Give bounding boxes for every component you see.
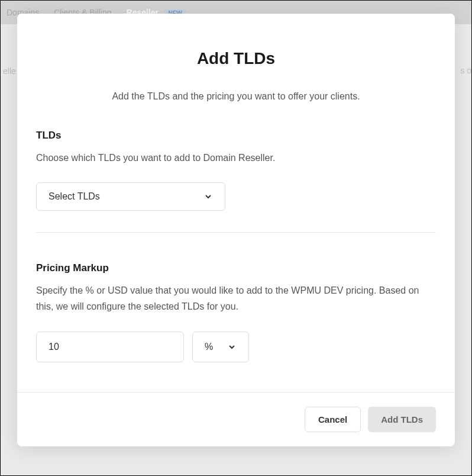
tlds-section-desc: Choose which TLDs you want to add to Dom…	[36, 150, 436, 166]
pricing-row: %	[36, 332, 436, 362]
select-tlds-label: Select TLDs	[49, 191, 100, 202]
modal-footer: Cancel Add TLDs	[17, 392, 455, 446]
modal-title: Add TLDs	[36, 49, 436, 68]
markup-unit-dropdown[interactable]: %	[192, 332, 249, 362]
markup-value-input[interactable]	[36, 332, 184, 362]
modal-subtitle: Add the TLDs and the pricing you want to…	[36, 89, 436, 104]
chevron-down-icon	[227, 342, 237, 352]
modal-body: TLDs Choose which TLDs you want to add t…	[17, 121, 455, 392]
pricing-section-desc: Specify the % or USD value that you woul…	[36, 282, 436, 314]
cancel-button[interactable]: Cancel	[305, 407, 361, 432]
chevron-down-icon	[203, 192, 213, 201]
divider	[36, 232, 436, 233]
tlds-section-title: TLDs	[36, 130, 436, 141]
select-tlds-dropdown[interactable]: Select TLDs	[36, 182, 225, 211]
add-tlds-button[interactable]: Add TLDs	[368, 407, 436, 432]
markup-unit-label: %	[205, 342, 213, 352]
add-tlds-modal: Add TLDs Add the TLDs and the pricing yo…	[17, 14, 455, 446]
modal-header: Add TLDs Add the TLDs and the pricing yo…	[17, 14, 455, 121]
pricing-section-title: Pricing Markup	[36, 262, 436, 274]
